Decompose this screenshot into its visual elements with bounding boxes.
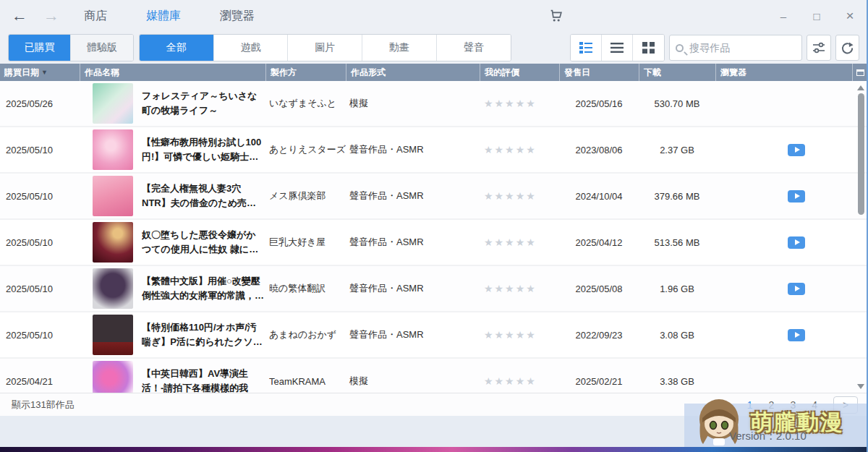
play-button[interactable] — [788, 144, 805, 156]
scroll-up-icon[interactable] — [857, 85, 864, 90]
work-title[interactable]: 【特別価格110円/オホ声/汚喘ぎ】P活に釣られたクソ生意気なメスガキ… — [142, 320, 265, 349]
work-thumbnail[interactable] — [93, 176, 133, 216]
play-button[interactable] — [788, 190, 805, 202]
release-date: 2025/02/21 — [559, 376, 639, 387]
tab-images[interactable]: 圖片 — [288, 35, 362, 61]
table-row[interactable]: 2025/05/10 【繁體中文版】用催○改變壓倒性強大的女將軍的常識，維持她那… — [0, 266, 868, 312]
minimize-icon[interactable]: – — [767, 10, 800, 22]
tab-animation[interactable]: 動畫 — [362, 35, 437, 61]
col-release-date[interactable]: 發售日 — [559, 64, 639, 81]
table-row[interactable]: 2025/05/10 奴〇堕ちした悪役令嬢がかつての使用人に性奴 隷にされ幸せに… — [0, 220, 868, 266]
work-title[interactable]: 奴〇堕ちした悪役令嬢がかつての使用人に性奴 隷にされ幸せになるまで【… — [142, 228, 265, 257]
download-size: 3.38 GB — [639, 376, 715, 387]
download-size: 3.08 GB — [639, 330, 715, 341]
col-format[interactable]: 作品形式 — [346, 64, 480, 81]
search-input[interactable] — [689, 42, 791, 54]
work-title[interactable]: 【性癖布教用特別お試し100円!】可憐で優しい姫騎士に常識改変催眠アイ… — [142, 135, 265, 164]
work-format: 聲音作品・ASMR — [346, 143, 480, 156]
refresh-icon[interactable] — [835, 35, 859, 61]
bottom-gradient-bar — [0, 447, 868, 452]
download-size: 513.56 MB — [639, 237, 715, 248]
work-format: 模擬 — [346, 375, 480, 388]
scroll-down-icon[interactable] — [857, 384, 864, 389]
col-title[interactable]: 作品名稱 — [80, 64, 265, 81]
col-maker[interactable]: 製作方 — [265, 64, 346, 81]
search-box — [669, 35, 802, 61]
tab-purchased[interactable]: 已購買 — [9, 35, 71, 61]
nav-tab-browser[interactable]: 瀏覽器 — [220, 9, 255, 24]
back-icon[interactable]: ← — [12, 8, 27, 24]
purchase-date: 2025/05/10 — [0, 283, 80, 294]
scrollbar-thumb[interactable] — [858, 93, 864, 215]
view-grid-icon[interactable] — [633, 35, 664, 61]
table-row[interactable]: 2025/05/26 フォレスティア～ちいさな町の牧場ライフ～ いなずまそふと … — [0, 81, 868, 127]
work-maker: あとりえスターズ — [265, 143, 346, 156]
work-format: 聲音作品・ASMR — [346, 282, 480, 295]
rating-stars[interactable]: ★★★★★ — [480, 283, 559, 294]
view-detail-list-icon[interactable] — [571, 35, 602, 61]
work-format: 聲音作品・ASMR — [346, 189, 480, 202]
category-tabs: 全部 遊戲 圖片 動畫 聲音 — [139, 34, 511, 61]
vertical-scrollbar[interactable] — [856, 82, 865, 389]
cart-icon[interactable] — [548, 8, 564, 24]
close-icon[interactable]: × — [833, 8, 867, 24]
table-header: 購買日期▼ 作品名稱 製作方 作品形式 我的評價 發售日 下載 瀏覽器 — [0, 64, 868, 81]
release-date: 2025/05/08 — [559, 283, 639, 294]
tab-games[interactable]: 遊戲 — [214, 35, 289, 61]
forward-icon[interactable]: → — [43, 8, 59, 24]
play-button[interactable] — [788, 329, 805, 341]
play-icon — [795, 147, 800, 153]
maximize-icon[interactable]: □ — [800, 10, 833, 22]
rating-stars[interactable]: ★★★★★ — [480, 144, 559, 155]
rating-stars[interactable]: ★★★★★ — [480, 236, 559, 248]
purchase-date: 2025/04/21 — [0, 376, 80, 387]
view-list-icon[interactable] — [602, 35, 633, 61]
work-title[interactable]: 【中英日韓西】AV導演生活！-請拍下各種模樣的我 — [142, 367, 265, 393]
titlebar: ← → 商店 媒體庫 瀏覽器 – □ × — [0, 0, 867, 32]
rating-stars[interactable]: ★★★★★ — [480, 375, 559, 387]
rating-stars[interactable]: ★★★★★ — [480, 190, 559, 202]
work-title[interactable]: 【繁體中文版】用催○改變壓倒性強大的女將軍的常識，維持她那性格再以… — [142, 274, 265, 303]
release-date: 2025/04/12 — [559, 237, 639, 248]
tab-audio[interactable]: 聲音 — [437, 35, 511, 61]
play-icon — [795, 193, 800, 199]
work-maker: 巨乳大好き屋 — [265, 236, 346, 249]
rating-stars[interactable]: ★★★★★ — [480, 329, 559, 341]
tab-trial[interactable]: 體驗版 — [71, 35, 133, 61]
table-row[interactable]: 2025/05/10 【性癖布教用特別お試し100円!】可憐で優しい姫騎士に常識… — [0, 127, 868, 174]
work-maker: いなずまそふと — [265, 97, 346, 110]
nav-tab-library[interactable]: 媒體庫 — [146, 9, 181, 24]
purchase-date: 2025/05/10 — [0, 145, 80, 155]
nav-tab-store[interactable]: 商店 — [84, 9, 107, 24]
work-thumbnail[interactable] — [93, 222, 133, 263]
col-browser[interactable]: 瀏覽器 — [715, 64, 852, 81]
play-button[interactable] — [788, 236, 805, 249]
play-button[interactable] — [788, 283, 805, 295]
rating-stars[interactable]: ★★★★★ — [480, 98, 559, 109]
filter-sliders-icon[interactable] — [807, 35, 830, 61]
work-format: 模擬 — [346, 97, 480, 110]
work-maker: TeamKRAMA — [265, 376, 346, 387]
work-title[interactable]: フォレスティア～ちいさな町の牧場ライフ～ — [142, 89, 265, 118]
col-purchase-date[interactable]: 購買日期▼ — [0, 64, 80, 81]
ownership-tabs: 已購買 體驗版 — [8, 34, 134, 61]
work-thumbnail[interactable] — [93, 315, 133, 355]
tab-all[interactable]: 全部 — [140, 35, 214, 61]
work-thumbnail[interactable] — [93, 361, 133, 393]
work-title[interactable]: 【完全人権無視人妻3穴NTR】夫の借金のため売られ全ての穴を攻略され… — [142, 182, 265, 210]
table-row[interactable]: 2025/05/10 【完全人権無視人妻3穴NTR】夫の借金のため売られ全ての穴… — [0, 174, 868, 220]
work-thumbnail[interactable] — [93, 83, 133, 124]
work-thumbnail[interactable] — [93, 129, 133, 170]
column-config-icon[interactable] — [852, 64, 868, 81]
table-row[interactable]: 2025/05/10 【特別価格110円/オホ声/汚喘ぎ】P活に釣られたクソ生意… — [0, 312, 868, 359]
download-size: 1.96 GB — [639, 283, 715, 294]
work-format: 聲音作品・ASMR — [346, 328, 480, 341]
table-row[interactable]: 2025/04/21 【中英日韓西】AV導演生活！-請拍下各種模樣的我 Team… — [0, 359, 868, 393]
purchase-date: 2025/05/26 — [0, 98, 80, 109]
work-thumbnail[interactable] — [93, 268, 133, 309]
col-rating[interactable]: 我的評價 — [480, 64, 559, 81]
main-nav: 商店 媒體庫 瀏覽器 — [84, 9, 255, 24]
work-format: 聲音作品・ASMR — [346, 236, 480, 249]
col-download[interactable]: 下載 — [639, 64, 715, 81]
purchase-date: 2025/05/10 — [0, 191, 80, 202]
